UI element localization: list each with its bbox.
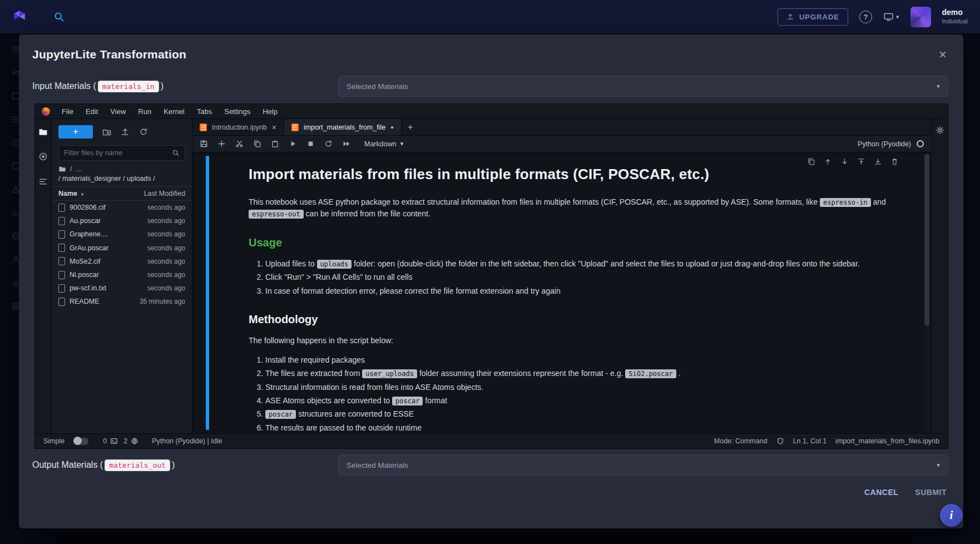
file-row[interactable]: MoSe2.cifseconds ago <box>52 255 192 268</box>
paste-icon[interactable] <box>271 140 279 148</box>
stop-icon[interactable] <box>306 140 315 148</box>
search-icon[interactable] <box>53 11 65 22</box>
kernel-idle-icon[interactable] <box>917 140 924 147</box>
restart-kernel-icon[interactable] <box>324 140 333 148</box>
notebook-scrollbar[interactable] <box>924 154 929 432</box>
duplicate-cell-icon[interactable] <box>807 157 815 166</box>
column-name[interactable]: Name ▲ <box>58 190 85 197</box>
run-icon[interactable] <box>289 140 297 148</box>
run-all-icon[interactable] <box>342 140 350 148</box>
code-poscar: poscar <box>392 397 423 405</box>
insert-cell-below-icon[interactable] <box>874 157 882 166</box>
file-icon <box>58 244 65 252</box>
kernel-status[interactable]: Python (Pyodide) | Idle <box>152 437 222 445</box>
menu-run[interactable]: Run <box>132 107 157 116</box>
breadcrumb-path[interactable]: / materials_designer / uploads / <box>52 173 192 186</box>
upload-icon[interactable] <box>121 127 130 136</box>
code-espresso-in: espresso-in <box>820 198 870 207</box>
folder-tab-icon[interactable] <box>38 128 48 136</box>
jupyterlite-embed: File Edit View Run Kernel Tabs Settings … <box>34 103 948 449</box>
kernels-count-group[interactable]: 2 <box>123 437 138 445</box>
save-icon[interactable] <box>200 140 208 148</box>
file-row[interactable]: GrAu.poscarseconds ago <box>52 241 192 255</box>
refresh-icon[interactable] <box>139 127 148 136</box>
breadcrumb[interactable]: / … <box>52 163 192 173</box>
file-icon <box>58 257 65 265</box>
breadcrumb-ellipsis[interactable]: … <box>76 165 83 173</box>
mode-indicator: Mode: Command <box>714 437 768 445</box>
sort-asc-icon: ▲ <box>80 191 85 196</box>
tab-import-materials[interactable]: import_materials_from_file ● <box>284 119 402 135</box>
kernel-indicator: Python (Pyodide) <box>858 140 924 148</box>
delete-cell-icon[interactable] <box>890 157 899 166</box>
new-launcher-button[interactable]: + <box>58 125 93 139</box>
file-row[interactable]: pw-scf.in.txtseconds ago <box>52 281 192 295</box>
help-icon[interactable]: ? <box>859 11 872 23</box>
jupyter-statusbar: Simple 0 2 Python (Pyodide) | Idle Mode:… <box>35 433 948 448</box>
menu-view[interactable]: View <box>104 107 132 116</box>
avatar[interactable] <box>910 7 931 27</box>
methodology-list: Install the required packages The files … <box>249 354 905 433</box>
move-cell-down-icon[interactable] <box>840 157 849 166</box>
method-item: Structural information is read from file… <box>265 382 905 393</box>
menu-file[interactable]: File <box>56 107 80 116</box>
menu-tabs[interactable]: Tabs <box>191 107 218 116</box>
file-list-header: Name ▲ Last Modified <box>52 186 192 201</box>
cell-type-select[interactable]: Markdown ▾ <box>364 140 403 148</box>
cancel-button[interactable]: CANCEL <box>864 488 898 497</box>
close-icon[interactable]: × <box>939 48 947 61</box>
copy-icon[interactable] <box>253 140 261 148</box>
code-sio2-poscar: SiO2.poscar <box>625 369 676 378</box>
menu-settings[interactable]: Settings <box>218 107 256 116</box>
table-of-contents-icon[interactable] <box>38 177 48 186</box>
jupyter-left-iconstrip <box>35 119 52 433</box>
insert-cell-icon[interactable] <box>217 140 226 148</box>
new-folder-icon[interactable] <box>102 127 111 136</box>
column-last-modified[interactable]: Last Modified <box>144 190 185 197</box>
mat3ra-logo[interactable] <box>12 9 27 24</box>
chevron-down-icon: ▾ <box>937 82 940 90</box>
search-icon <box>172 149 180 157</box>
file-row[interactable]: Ni.poscarseconds ago <box>52 268 192 281</box>
user-block[interactable]: demo Individual <box>942 8 968 25</box>
upload-arrow-icon <box>786 13 794 21</box>
input-materials-select[interactable]: Selected Materials ▾ <box>338 76 948 97</box>
submit-button[interactable]: SUBMIT <box>915 488 947 497</box>
file-row[interactable]: Graphene....seconds ago <box>52 228 192 241</box>
tab-introduction[interactable]: Introduction.ipynb × <box>192 119 284 135</box>
menu-kernel[interactable]: Kernel <box>157 107 191 116</box>
simple-mode-label: Simple <box>43 437 65 445</box>
menu-help[interactable]: Help <box>256 107 284 116</box>
notebook-title: Import materials from files in multiple … <box>249 164 905 185</box>
insert-cell-above-icon[interactable] <box>857 157 865 166</box>
select-label: Selected Materials <box>347 82 408 91</box>
cut-icon[interactable] <box>235 140 244 148</box>
new-tab-button[interactable]: + <box>402 119 419 135</box>
file-row[interactable]: 9002806.cifseconds ago <box>52 201 192 214</box>
jupyter-menubar: File Edit View Run Kernel Tabs Settings … <box>35 104 948 119</box>
viewport-selector[interactable]: ▾ <box>883 12 899 21</box>
move-cell-up-icon[interactable] <box>824 157 832 166</box>
notebook-file-icon <box>291 123 299 131</box>
close-icon[interactable]: × <box>272 123 276 132</box>
info-fab[interactable]: i <box>940 504 963 527</box>
output-materials-select[interactable]: Selected Materials ▾ <box>338 454 948 476</box>
property-inspector-gear-icon[interactable] <box>936 126 944 135</box>
filter-files-input[interactable] <box>64 149 172 157</box>
simple-mode-toggle[interactable] <box>73 438 88 445</box>
breadcrumb-root[interactable]: / <box>70 165 72 173</box>
running-sessions-icon[interactable] <box>38 152 48 161</box>
active-filename[interactable]: import_materials_from_files.ipynb <box>835 437 939 445</box>
terminals-count-group[interactable]: 0 <box>103 437 118 445</box>
kernel-name[interactable]: Python (Pyodide) <box>858 140 911 148</box>
file-row[interactable]: Au.poscarseconds ago <box>52 214 192 228</box>
file-icon <box>58 204 65 212</box>
scrollbar-thumb[interactable] <box>924 154 929 326</box>
globe-icon <box>131 437 138 445</box>
menu-edit[interactable]: Edit <box>80 107 104 116</box>
notebook-panel[interactable]: Import materials from files in multiple … <box>192 152 931 433</box>
upgrade-button[interactable]: UPGRADE <box>778 8 848 26</box>
file-row[interactable]: README35 minutes ago <box>52 295 192 308</box>
toggle-knob <box>73 437 82 445</box>
method-item: poscar structures are converted to ESSE <box>265 408 905 419</box>
